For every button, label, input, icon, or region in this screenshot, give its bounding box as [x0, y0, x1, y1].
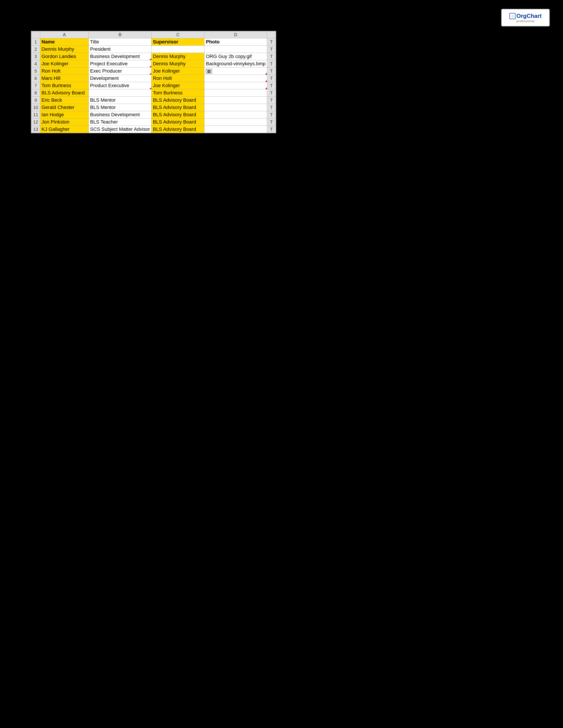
cell-photo-13[interactable]	[204, 126, 267, 133]
cell-title-13[interactable]: SCS Subject Matter Advisor	[89, 126, 151, 133]
logo: ○ OrgChart professional	[501, 9, 550, 26]
header-supervisor[interactable]: Supervisor	[151, 38, 204, 46]
row-num-12: 12	[31, 118, 40, 126]
table-row: 5 Ron Holt Exec Producer Joe Kolinger 🖼 …	[31, 68, 276, 75]
red-corner-5	[149, 73, 151, 75]
cell-title-12[interactable]: BLS Teacher	[89, 118, 151, 126]
row-num-4: 4	[31, 60, 40, 68]
cell-photo-9[interactable]	[204, 97, 267, 104]
cell-supervisor-8[interactable]: Tom Burtness	[151, 89, 204, 97]
cell-title-4-text: Project Executive	[90, 61, 128, 66]
table-row: 7 Tom Burtness Product Executive Joe Kol…	[31, 82, 276, 89]
cell-title-6[interactable]: Development	[89, 75, 151, 82]
row-num-13: 13	[31, 126, 40, 133]
cell-name-13[interactable]: KJ Gallagher	[40, 126, 89, 133]
row-num-1: 1	[31, 38, 40, 46]
photo-icon-5: 🖼	[206, 69, 212, 74]
cell-supervisor-10[interactable]: BLS Advisory Board	[151, 104, 204, 111]
cell-photo-8[interactable]	[204, 89, 267, 97]
cell-supervisor-11[interactable]: BLS Advisory Board	[151, 111, 204, 118]
table-row: 3 Gordon Landies Business Development De…	[31, 53, 276, 60]
cell-name-12[interactable]: Jon Pinkston	[40, 118, 89, 126]
corner-cell	[31, 31, 40, 38]
red-corner-photo-6	[265, 80, 267, 82]
table-row: 4 Joe Kolinger Project Executive Dennis …	[31, 60, 276, 68]
header-title[interactable]: Title	[89, 38, 151, 46]
row-num-8: 8	[31, 89, 40, 97]
cell-t-8: T	[267, 89, 276, 97]
cell-title-5-text: Exec Producer	[90, 68, 122, 74]
cell-photo-7[interactable]	[204, 82, 267, 89]
row-num-9: 9	[31, 97, 40, 104]
cell-t-4: T	[267, 60, 276, 68]
cell-title-2[interactable]: President	[89, 46, 151, 53]
cell-supervisor-12[interactable]: BLS Advisory Board	[151, 118, 204, 126]
cell-name-4[interactable]: Joe Kolinger	[40, 60, 89, 68]
cell-supervisor-5[interactable]: Joe Kolinger	[151, 68, 204, 75]
cell-photo-12[interactable]	[204, 118, 267, 126]
cell-photo-6[interactable]	[204, 75, 267, 82]
cell-supervisor-3[interactable]: Dennis Murphy	[151, 53, 204, 60]
header-photo[interactable]: Photo	[204, 38, 267, 46]
cell-photo-11[interactable]	[204, 111, 267, 118]
logo-subtext: professional	[516, 19, 535, 23]
cell-supervisor-9[interactable]: BLS Advisory Board	[151, 97, 204, 104]
table-row: 13 KJ Gallagher SCS Subject Matter Advis…	[31, 126, 276, 133]
row-num-7: 7	[31, 82, 40, 89]
col-header-row: A B C D	[31, 31, 276, 38]
cell-title-7[interactable]: Product Executive	[89, 82, 151, 89]
cell-name-2[interactable]: Dennis Murphy	[40, 46, 89, 53]
cell-name-11[interactable]: Ian Hodge	[40, 111, 89, 118]
table-row: 2 Dennis Murphy President T	[31, 46, 276, 53]
cell-title-8[interactable]	[89, 89, 151, 97]
table-row: 8 BLS Advisory Board Tom Burtness T	[31, 89, 276, 97]
col-header-b[interactable]: B	[89, 31, 151, 38]
table-row: 9 Eric Beck BLS Mentor BLS Advisory Boar…	[31, 97, 276, 104]
cell-supervisor-2[interactable]	[151, 46, 204, 53]
cell-name-6[interactable]: Mars Hill	[40, 75, 89, 82]
header-name[interactable]: Name	[40, 38, 89, 46]
cell-title-9[interactable]: BLS Mentor	[89, 97, 151, 104]
cell-name-7[interactable]: Tom Burtness	[40, 82, 89, 89]
cell-t-2: T	[267, 46, 276, 53]
red-corner-3	[149, 58, 151, 60]
row-num-10: 10	[31, 104, 40, 111]
cell-name-5[interactable]: Ron Holt	[40, 68, 89, 75]
col-header-e[interactable]	[267, 31, 276, 38]
cell-t-10: T	[267, 104, 276, 111]
col-header-c[interactable]: C	[151, 31, 204, 38]
cell-t-5: T	[267, 68, 276, 75]
cell-title-7-text: Product Executive	[90, 83, 129, 88]
col-header-d[interactable]: D	[204, 31, 267, 38]
logo-text: OrgChart	[516, 13, 542, 19]
red-corner-7	[149, 87, 151, 89]
cell-title-11[interactable]: Business Development	[89, 111, 151, 118]
cell-photo-5[interactable]: 🖼	[204, 68, 267, 75]
cell-title-3[interactable]: Business Development	[89, 53, 151, 60]
cell-title-4[interactable]: Project Executive	[89, 60, 151, 68]
cell-photo-3[interactable]: ORG Guy 2b copy.gif	[204, 53, 267, 60]
cell-name-8[interactable]: BLS Advisory Board	[40, 89, 89, 97]
spreadsheet: A B C D 1 Name Title Supervisor Photo T …	[31, 31, 276, 133]
cell-supervisor-13[interactable]: BLS Advisory Board	[151, 126, 204, 133]
red-corner-photo-7	[265, 87, 267, 89]
cell-title-3-text: Business Development	[90, 54, 140, 59]
cell-title-5[interactable]: Exec Producer	[89, 68, 151, 75]
cell-supervisor-4[interactable]: Dennis Murphy	[151, 60, 204, 68]
table-row: 6 Mars Hill Development Ron Holt T	[31, 75, 276, 82]
cell-supervisor-7[interactable]: Joe Kolinger	[151, 82, 204, 89]
cell-supervisor-6[interactable]: Ron Holt	[151, 75, 204, 82]
header-t: T	[267, 38, 276, 46]
cell-name-10[interactable]: Gerald Chester	[40, 104, 89, 111]
cell-t-7: T	[267, 82, 276, 89]
cell-title-10[interactable]: BLS Mentor	[89, 104, 151, 111]
cell-name-9[interactable]: Eric Beck	[40, 97, 89, 104]
row-num-2: 2	[31, 46, 40, 53]
cell-photo-10[interactable]	[204, 104, 267, 111]
cell-photo-2[interactable]	[204, 46, 267, 53]
header-row: 1 Name Title Supervisor Photo T	[31, 38, 276, 46]
red-corner-4	[149, 66, 151, 67]
cell-name-3[interactable]: Gordon Landies	[40, 53, 89, 60]
cell-photo-4[interactable]: Background-vinnykeys.bmp	[204, 60, 267, 68]
col-header-a[interactable]: A	[40, 31, 89, 38]
